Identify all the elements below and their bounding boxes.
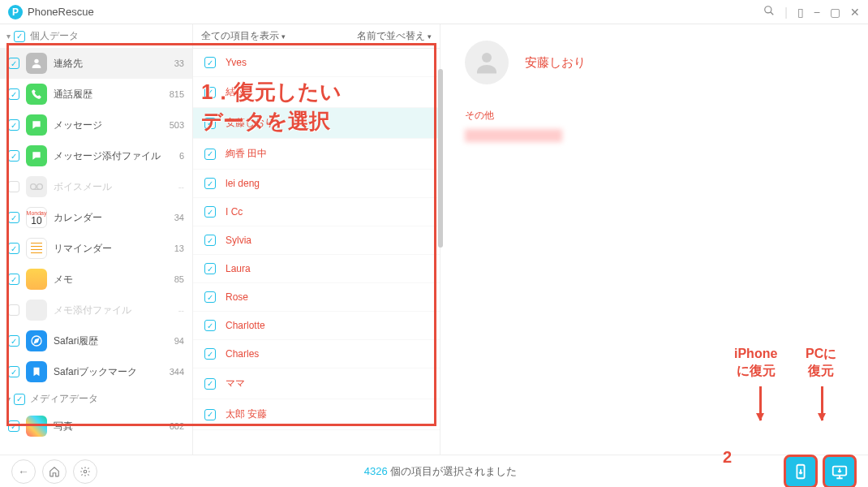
contact-row[interactable]: ✓Yves <box>193 49 440 77</box>
category-checkbox[interactable]: ✓ <box>14 31 25 42</box>
checkbox[interactable]: ✓ <box>204 348 216 360</box>
contact-row[interactable]: ✓Rose <box>193 283 440 312</box>
checkbox[interactable]: ✓ <box>8 420 19 432</box>
sidebar-item-label: リマインダー <box>54 242 174 256</box>
svg-point-0 <box>765 6 771 13</box>
contact-name: lei deng <box>226 178 260 189</box>
messages-icon <box>26 114 47 136</box>
checkbox[interactable]: ✓ <box>204 118 216 129</box>
checkbox[interactable]: ✓ <box>204 87 216 98</box>
checkbox[interactable]: ✓ <box>204 235 216 246</box>
minimize-button[interactable]: − <box>814 6 820 19</box>
sidebar-item-label: カレンダー <box>54 211 174 225</box>
maximize-button[interactable]: ▢ <box>830 6 840 19</box>
checkbox[interactable]: ✓ <box>8 150 19 162</box>
checkbox[interactable]: ✓ <box>204 57 216 68</box>
checkbox[interactable]: ✓ <box>204 178 216 189</box>
contact-row[interactable]: ✓結衣 <box>193 77 440 108</box>
checkbox[interactable]: ✓ <box>8 335 19 347</box>
detail-panel: 安藤しおり その他 <box>440 24 868 455</box>
checkbox[interactable]: ✓ <box>8 243 19 254</box>
sidebar-item-count: 13 <box>174 244 184 253</box>
back-button[interactable]: ← <box>11 459 36 484</box>
redacted-value <box>465 129 562 142</box>
view-filter-dropdown[interactable]: 全ての項目を表示 ▾ <box>201 29 357 43</box>
sidebar-item-attach[interactable]: ✓メッセージ添付ファイル6 <box>0 140 192 171</box>
svg-point-2 <box>34 59 38 63</box>
scrollbar[interactable] <box>438 69 443 248</box>
sidebar-item-photos[interactable]: ✓写真602 <box>0 411 192 442</box>
contact-row[interactable]: ✓Laura <box>193 255 440 283</box>
sidebar-item-memoattach: メモ添付ファイル-- <box>0 295 192 325</box>
sort-dropdown[interactable]: 名前で並べ替え ▾ <box>357 29 432 43</box>
contact-name: Charles <box>226 348 259 360</box>
recover-to-iphone-button[interactable] <box>784 455 818 488</box>
memoattach-icon <box>26 300 47 321</box>
checkbox[interactable]: ✓ <box>204 149 216 160</box>
sidebar-item-safari-history[interactable]: ✓Safari履歴94 <box>0 325 192 356</box>
sidebar-item-label: メモ <box>54 273 174 287</box>
recover-to-pc-button[interactable] <box>823 455 857 488</box>
sidebar-item-reminder[interactable]: ✓リマインダー13 <box>0 233 192 264</box>
home-button[interactable] <box>42 459 67 484</box>
checkbox[interactable]: ✓ <box>204 291 216 303</box>
contact-name: ママ <box>226 377 245 390</box>
sidebar-item-count: 815 <box>170 89 184 99</box>
checkbox[interactable]: ✓ <box>8 119 19 131</box>
sidebar-item-memo[interactable]: ✓メモ85 <box>0 264 192 295</box>
sidebar-item-contacts[interactable]: ✓連絡先33 <box>0 48 192 79</box>
category-checkbox[interactable]: ✓ <box>14 394 25 405</box>
category-personal-header[interactable]: ▾ ✓ 個人データ <box>0 24 192 48</box>
contact-row[interactable]: ✓Sylvia <box>193 226 440 255</box>
checkbox[interactable]: ✓ <box>204 206 216 218</box>
checkbox[interactable]: ✓ <box>204 263 216 274</box>
checkbox[interactable]: ✓ <box>8 366 19 377</box>
sidebar-item-count: 6 <box>179 151 184 161</box>
sidebar-item-safari-bookmark[interactable]: ✓Safariブックマーク344 <box>0 356 192 387</box>
contact-name: 安藤しおり <box>226 116 274 130</box>
checkbox[interactable]: ✓ <box>8 212 19 223</box>
layout-toggle-icon[interactable]: ▯ <box>797 6 804 19</box>
voicemail-icon <box>26 176 47 197</box>
sidebar-item-label: Safari履歴 <box>54 334 174 348</box>
svg-line-1 <box>771 12 774 15</box>
checkbox[interactable]: ✓ <box>8 58 19 69</box>
contact-name: 太郎 安藤 <box>226 407 267 421</box>
calls-icon <box>26 84 47 105</box>
contact-row[interactable]: ✓安藤しおり <box>193 108 440 139</box>
contact-name: Yves <box>226 57 247 68</box>
contact-row[interactable]: ✓I Cc <box>193 198 440 226</box>
sidebar-item-calls[interactable]: ✓通話履歴815 <box>0 79 192 110</box>
settings-button[interactable] <box>73 459 97 484</box>
contact-row[interactable]: ✓太郎 安藤 <box>193 399 440 430</box>
contact-row[interactable]: ✓絢香 田中 <box>193 139 440 170</box>
checkbox[interactable]: ✓ <box>204 378 216 390</box>
sidebar-item-label: メッセージ添付ファイル <box>54 149 179 163</box>
sidebar-item-label: ボイスメール <box>54 180 178 194</box>
contact-row[interactable]: ✓ママ <box>193 368 440 399</box>
sidebar-item-count: 34 <box>174 213 184 222</box>
sidebar-item-count: 602 <box>170 421 184 431</box>
category-media-header[interactable]: ▾ ✓ メディアデータ <box>0 387 192 411</box>
app-logo-icon: P <box>8 5 23 19</box>
svg-point-3 <box>31 184 37 190</box>
contact-row[interactable]: ✓lei deng <box>193 170 440 198</box>
calendar-icon: Monday10 <box>26 207 47 228</box>
contact-row[interactable]: ✓Charles <box>193 340 440 368</box>
checkbox[interactable]: ✓ <box>8 88 19 100</box>
checkbox[interactable]: ✓ <box>204 409 216 420</box>
checkbox[interactable]: ✓ <box>204 320 216 331</box>
contact-row[interactable]: ✓Charlotte <box>193 312 440 340</box>
safari-history-icon <box>26 330 47 351</box>
contact-name: I Cc <box>226 206 243 218</box>
detail-section-label: その他 <box>465 109 844 123</box>
search-icon[interactable] <box>763 5 775 19</box>
svg-point-9 <box>84 470 87 473</box>
sidebar-item-label: メッセージ <box>54 119 170 132</box>
checkbox <box>8 304 19 316</box>
attach-icon <box>26 145 47 166</box>
sidebar-item-calendar[interactable]: ✓Monday10カレンダー34 <box>0 202 192 233</box>
sidebar-item-messages[interactable]: ✓メッセージ503 <box>0 110 192 140</box>
close-button[interactable]: ✕ <box>850 6 860 19</box>
checkbox[interactable]: ✓ <box>8 274 19 285</box>
